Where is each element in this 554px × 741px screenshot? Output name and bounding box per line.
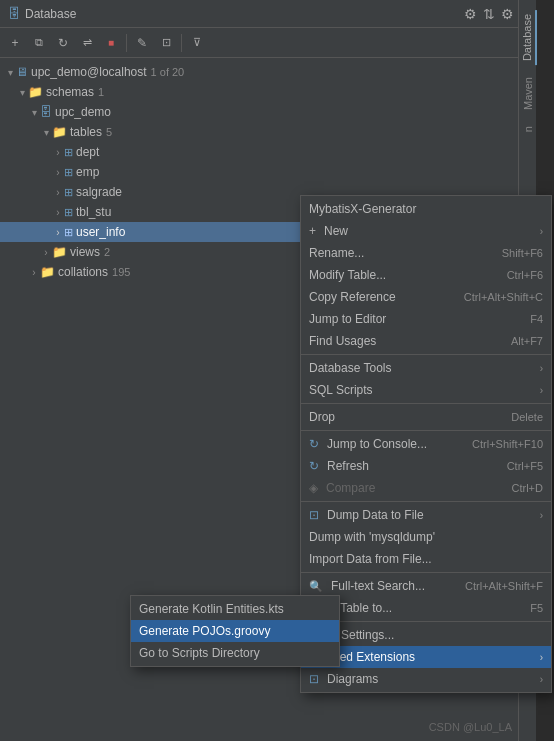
ctx-jump-console[interactable]: ↻ Jump to Console... Ctrl+Shift+F10 xyxy=(301,433,551,455)
ctx-db-tools-arrow-icon: › xyxy=(540,363,543,374)
upc-demo-arrow: ▾ xyxy=(28,107,40,118)
ctx-import-file[interactable]: Import Data from File... xyxy=(301,548,551,570)
ctx-fulltext-shortcut: Ctrl+Alt+Shift+F xyxy=(465,580,543,592)
salgrade-arrow: › xyxy=(52,187,64,198)
ctx-dump-file-arrow-icon: › xyxy=(540,510,543,521)
ctx-fulltext-label: 🔍 Full-text Search... xyxy=(309,579,425,593)
ctx-jump-console-label: ↻ Jump to Console... xyxy=(309,437,427,451)
ctx-copy-table-shortcut: F5 xyxy=(530,602,543,614)
ctx-modify-text: Modify Table... xyxy=(309,268,386,282)
sub-item-gen-kotlin-text: Generate Kotlin Entities.kts xyxy=(139,602,284,616)
pagination: 1 of 20 xyxy=(151,66,185,78)
ctx-new-label: + New xyxy=(309,224,348,238)
schemas-count: 1 xyxy=(98,86,104,98)
sub-context-menu: Generate Kotlin Entities.kts Generate PO… xyxy=(130,595,340,667)
ctx-dump-mysqldump[interactable]: Dump with 'mysqldump' xyxy=(301,526,551,548)
ctx-compare-icon: ◈ xyxy=(309,481,318,495)
upc-demo-label: upc_demo xyxy=(55,105,111,119)
sub-item-gen-pojos[interactable]: Generate POJOs.groovy xyxy=(131,620,339,642)
user-info-label: user_info xyxy=(76,225,125,239)
collations-count: 195 xyxy=(112,266,130,278)
ctx-jump-console-shortcut: Ctrl+Shift+F10 xyxy=(472,438,543,450)
sub-item-goto-scripts-text: Go to Scripts Directory xyxy=(139,646,260,660)
ctx-drop-shortcut: Delete xyxy=(511,411,543,423)
host-label: upc_demo@localhost xyxy=(31,65,147,79)
emp-arrow: › xyxy=(52,167,64,178)
ctx-find-usages[interactable]: Find Usages Alt+F7 xyxy=(301,330,551,352)
filter-button[interactable]: ⊽ xyxy=(186,32,208,54)
tables-label: tables xyxy=(70,125,102,139)
ctx-compare-text: Compare xyxy=(326,481,375,495)
split-icon[interactable]: ⇅ xyxy=(483,6,495,22)
ctx-mybatis[interactable]: MybatisX-Generator xyxy=(301,198,551,220)
sub-item-gen-pojos-text: Generate POJOs.groovy xyxy=(139,624,270,638)
tree-item-emp[interactable]: › ⊞ emp xyxy=(0,162,536,182)
sub-item-gen-kotlin[interactable]: Generate Kotlin Entities.kts xyxy=(131,598,339,620)
tree-item-tables[interactable]: ▾ 📁 tables 5 xyxy=(0,122,536,142)
database-tab[interactable]: Database xyxy=(519,10,537,65)
ctx-import-file-text: Import Data from File... xyxy=(309,552,432,566)
ctx-db-tools-text: Database Tools xyxy=(309,361,392,375)
emp-label: emp xyxy=(76,165,99,179)
ctx-find-usages-text: Find Usages xyxy=(309,334,376,348)
ctx-modify[interactable]: Modify Table... Ctrl+F6 xyxy=(301,264,551,286)
settings-wheel-icon[interactable]: ⚙ xyxy=(464,6,477,22)
tree-item-schemas[interactable]: ▾ 📁 schemas 1 xyxy=(0,82,536,102)
sync-button[interactable]: ⇌ xyxy=(76,32,98,54)
ctx-find-usages-shortcut: Alt+F7 xyxy=(511,335,543,347)
host-icon: 🖥 xyxy=(16,65,28,79)
extra-tab[interactable]: n xyxy=(520,122,536,136)
tables-arrow: ▾ xyxy=(40,127,52,138)
dept-label: dept xyxy=(76,145,99,159)
tbl-stu-table-icon: ⊞ xyxy=(64,206,73,219)
toolbar-separator2 xyxy=(181,34,182,52)
tbl-stu-arrow: › xyxy=(52,207,64,218)
ctx-mybatis-label: MybatisX-Generator xyxy=(309,202,416,216)
maven-tab[interactable]: Maven xyxy=(520,73,536,114)
user-info-arrow: › xyxy=(52,227,64,238)
stop-button[interactable]: ■ xyxy=(100,32,122,54)
toolbar: + ⧉ ↻ ⇌ ■ ✎ ⊡ ⊽ xyxy=(0,28,536,58)
panel-title: Database xyxy=(25,7,76,21)
ctx-sep5 xyxy=(301,572,551,573)
ctx-copy-ref[interactable]: Copy Reference Ctrl+Alt+Shift+C xyxy=(301,286,551,308)
ctx-sep1 xyxy=(301,354,551,355)
tree-item-host[interactable]: ▾ 🖥 upc_demo@localhost 1 of 20 xyxy=(0,62,536,82)
ctx-dump-file[interactable]: ⊡ Dump Data to File › xyxy=(301,504,551,526)
copy-button[interactable]: ⧉ xyxy=(28,32,50,54)
ctx-jump-editor-text: Jump to Editor xyxy=(309,312,386,326)
ctx-new[interactable]: + New › xyxy=(301,220,551,242)
tree-item-dept[interactable]: › ⊞ dept xyxy=(0,142,536,162)
tables-count: 5 xyxy=(106,126,112,138)
refresh-button[interactable]: ↻ xyxy=(52,32,74,54)
collations-label: collations xyxy=(58,265,108,279)
edit-button[interactable]: ✎ xyxy=(131,32,153,54)
ctx-rename[interactable]: Rename... Shift+F6 xyxy=(301,242,551,264)
ctx-refresh[interactable]: ↻ Refresh Ctrl+F5 xyxy=(301,455,551,477)
ctx-compare[interactable]: ◈ Compare Ctrl+D xyxy=(301,477,551,499)
add-button[interactable]: + xyxy=(4,32,26,54)
ctx-dump-mysqldump-text: Dump with 'mysqldump' xyxy=(309,530,435,544)
ctx-sql-scripts[interactable]: SQL Scripts › xyxy=(301,379,551,401)
ctx-drop[interactable]: Drop Delete xyxy=(301,406,551,428)
ctx-dump-file-icon: ⊡ xyxy=(309,508,319,522)
ctx-diagrams-arrow-icon: › xyxy=(540,674,543,685)
console-button[interactable]: ⊡ xyxy=(155,32,177,54)
title-bar-left: 🗄 Database xyxy=(8,6,76,21)
ctx-rename-shortcut: Shift+F6 xyxy=(502,247,543,259)
ctx-refresh-shortcut: Ctrl+F5 xyxy=(507,460,543,472)
gear-icon[interactable]: ⚙ xyxy=(501,6,514,22)
sub-item-goto-scripts[interactable]: Go to Scripts Directory xyxy=(131,642,339,664)
ctx-search-icon: 🔍 xyxy=(309,580,323,593)
dept-table-icon: ⊞ xyxy=(64,146,73,159)
ctx-jump-console-icon: ↻ xyxy=(309,437,319,451)
ctx-diagrams[interactable]: ⊡ Diagrams › xyxy=(301,668,551,690)
title-bar: 🗄 Database ⚙ ⇅ ⚙ − xyxy=(0,0,536,28)
ctx-jump-editor[interactable]: Jump to Editor F4 xyxy=(301,308,551,330)
ctx-db-tools[interactable]: Database Tools › xyxy=(301,357,551,379)
salgrade-table-icon: ⊞ xyxy=(64,186,73,199)
salgrade-label: salgrade xyxy=(76,185,122,199)
ctx-drop-text: Drop xyxy=(309,410,335,424)
tree-item-upc-demo[interactable]: ▾ 🗄 upc_demo xyxy=(0,102,536,122)
ctx-fulltext[interactable]: 🔍 Full-text Search... Ctrl+Alt+Shift+F xyxy=(301,575,551,597)
